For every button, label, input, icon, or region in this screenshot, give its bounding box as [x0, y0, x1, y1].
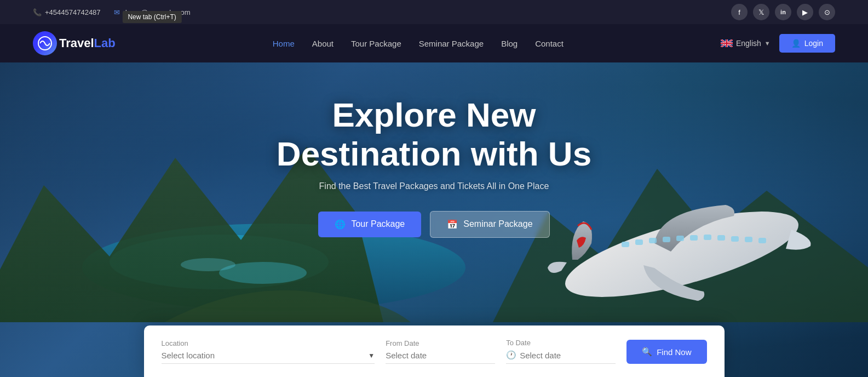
- nav-home[interactable]: Home: [273, 39, 295, 48]
- from-date-label: From Date: [386, 339, 495, 347]
- from-date-input-row: [386, 351, 495, 364]
- language-selector[interactable]: English ▼: [721, 39, 771, 48]
- find-now-button[interactable]: 🔍 Find Now: [626, 340, 706, 364]
- nav-tour-package[interactable]: Tour Package: [351, 39, 401, 48]
- nav-blog[interactable]: Blog: [501, 39, 518, 48]
- logo[interactable]: TravelLab: [33, 31, 116, 55]
- from-date-field: From Date: [386, 339, 495, 364]
- hero-subtitle: Find the Best Travel Packages and Ticket…: [277, 181, 591, 191]
- nav-right: English ▼ 👤 Login: [721, 34, 835, 53]
- phone-icon: 📞: [33, 8, 42, 16]
- location-label: Location: [162, 339, 375, 347]
- login-button[interactable]: 👤 Login: [779, 34, 835, 53]
- nav-links: Home About Tour Package Seminar Package …: [273, 39, 564, 48]
- to-date-field: To Date 🕐: [506, 339, 616, 364]
- uk-flag-icon: [721, 39, 733, 47]
- hero-title-line1: Explore New: [332, 96, 536, 134]
- calendar-icon: 🕐: [506, 350, 516, 360]
- language-chevron: ▼: [764, 40, 771, 47]
- social-links: f 𝕏 in ▶ ⊙: [731, 4, 835, 20]
- search-icon: 🔍: [642, 347, 652, 357]
- hero-buttons: 🌐 Tour Package 📅 Seminar Package: [277, 211, 591, 238]
- language-label: English: [736, 39, 761, 48]
- logo-text: TravelLab: [59, 36, 116, 50]
- nav-contact[interactable]: Contact: [535, 39, 564, 48]
- linkedin-icon[interactable]: in: [775, 4, 791, 20]
- login-icon: 👤: [791, 39, 801, 48]
- login-label: Login: [804, 39, 823, 48]
- phone-number: +4544574742487: [45, 8, 101, 16]
- location-input[interactable]: [162, 351, 365, 360]
- phone-contact: 📞 +4544574742487: [33, 8, 101, 16]
- from-date-input[interactable]: [386, 351, 495, 360]
- tour-package-label: Tour Package: [351, 219, 405, 229]
- hero-content: Explore New Destination with Us Find the…: [277, 95, 591, 238]
- to-date-input-row: 🕐: [506, 350, 616, 364]
- top-bar-left: 📞 +4544574742487 ✉ demo@example.com New …: [33, 8, 191, 16]
- location-field: Location ▼: [162, 339, 375, 364]
- location-caret-icon: ▼: [368, 352, 375, 359]
- find-now-label: Find Now: [657, 347, 691, 357]
- top-bar: 📞 +4544574742487 ✉ demo@example.com New …: [0, 0, 868, 24]
- logo-icon: [33, 31, 57, 55]
- tour-package-button[interactable]: 🌐 Tour Package: [318, 212, 421, 237]
- email-contact: ✉ demo@example.com New tab (Ctrl+T): [114, 8, 191, 16]
- nav-about[interactable]: About: [312, 39, 334, 48]
- youtube-icon[interactable]: ▶: [797, 4, 813, 20]
- location-input-row: ▼: [162, 351, 375, 364]
- hero-section: Explore New Destination with Us Find the…: [0, 62, 868, 377]
- tour-globe-icon: 🌐: [335, 219, 346, 230]
- to-date-input[interactable]: [520, 351, 616, 360]
- navbar: TravelLab Home About Tour Package Semina…: [0, 24, 868, 62]
- instagram-icon[interactable]: ⊙: [819, 4, 835, 20]
- tooltip: New tab (Ctrl+T): [122, 11, 181, 23]
- nav-seminar-package[interactable]: Seminar Package: [419, 39, 484, 48]
- hero-title-line2: Destination with Us: [277, 135, 591, 173]
- hero-title: Explore New Destination with Us: [277, 95, 591, 174]
- seminar-calendar-icon: 📅: [447, 219, 458, 230]
- twitter-icon[interactable]: 𝕏: [753, 4, 769, 20]
- search-bar: Location ▼ From Date To Date 🕐 🔍 Find No…: [144, 325, 725, 377]
- seminar-package-button[interactable]: 📅 Seminar Package: [430, 211, 549, 238]
- email-icon: ✉: [114, 8, 120, 16]
- to-date-label: To Date: [506, 339, 616, 347]
- facebook-icon[interactable]: f: [731, 4, 748, 20]
- seminar-package-label: Seminar Package: [463, 219, 532, 229]
